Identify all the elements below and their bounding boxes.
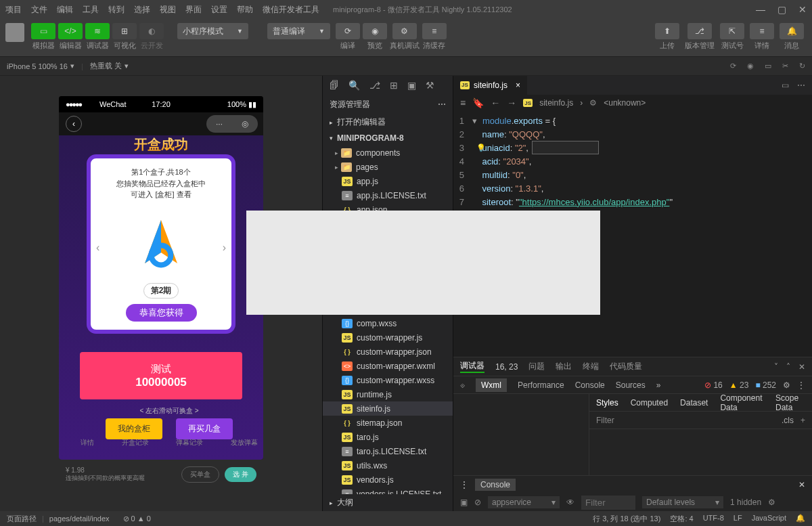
minimize-icon[interactable]: —: [756, 4, 765, 15]
file-tree-item[interactable]: JScustom-wrapper.js: [323, 330, 453, 345]
file-tree-item[interactable]: ▸📁pages: [323, 160, 453, 174]
styles-tab[interactable]: Component Data: [720, 393, 763, 412]
phone-footer-tab[interactable]: 开盒记录: [122, 438, 149, 447]
close-icon[interactable]: ✕: [798, 362, 805, 372]
search-icon[interactable]: 🔍: [348, 80, 360, 91]
back-nav-icon[interactable]: ←: [491, 97, 500, 108]
list-icon[interactable]: ≡: [460, 97, 466, 108]
visualize-button[interactable]: ⊞: [112, 23, 137, 39]
menu-item[interactable]: 界面: [185, 4, 202, 16]
sources-tab[interactable]: Sources: [616, 380, 646, 390]
simulator-button[interactable]: ▭: [31, 23, 55, 39]
wxml-tab[interactable]: Wxml: [476, 378, 507, 392]
cursor-pos[interactable]: 行 3, 列 18 (选中 13): [593, 514, 660, 524]
add-icon[interactable]: +: [800, 416, 805, 425]
styles-tab[interactable]: Scope Data: [775, 393, 805, 412]
file-tree-item[interactable]: JSapp.js: [323, 174, 453, 188]
menu-item[interactable]: 帮助: [237, 4, 253, 16]
devtools-top-tab[interactable]: 16, 23: [495, 362, 518, 372]
menu-item[interactable]: 文件: [31, 4, 47, 16]
cloud-button[interactable]: ◐: [139, 23, 164, 39]
test-button[interactable]: ⇱: [720, 23, 744, 39]
files-tab-icon[interactable]: 🗐: [330, 80, 339, 91]
clear-cache-button[interactable]: ≡: [422, 23, 447, 39]
avatar[interactable]: [5, 23, 24, 42]
file-tree-item[interactable]: { }sitemap.json: [323, 416, 453, 430]
levels-select[interactable]: Default levels▾: [642, 496, 723, 508]
expand-icon[interactable]: ˄: [786, 362, 790, 372]
console-menu-icon[interactable]: ▣: [460, 498, 468, 507]
close-tab-icon[interactable]: ×: [516, 81, 520, 90]
fwd-nav-icon[interactable]: →: [507, 97, 516, 108]
console-toggle-icon[interactable]: ⋮: [460, 480, 468, 489]
more-icon[interactable]: ⋯: [797, 81, 805, 90]
menu-item[interactable]: 项目: [5, 4, 22, 16]
inspect-icon[interactable]: ⟐: [460, 380, 465, 390]
compile-mode-select[interactable]: 普通编译▼: [267, 23, 330, 39]
file-tree-item[interactable]: ≡vendors.js.LICENSE.txt: [323, 487, 453, 494]
devtools-top-tab[interactable]: 代码质量: [610, 361, 642, 372]
file-tree-item[interactable]: <>custom-wrapper.wxml: [323, 359, 453, 373]
menu-item[interactable]: 设置: [211, 4, 227, 16]
page-path[interactable]: pages/detail/index: [49, 514, 110, 523]
file-tree-item[interactable]: JSsiteinfo.js: [323, 401, 453, 416]
indent[interactable]: 空格: 4: [670, 514, 693, 524]
message-button[interactable]: 🔔: [780, 23, 804, 39]
styles-tab[interactable]: Computed: [631, 398, 668, 408]
preview-button[interactable]: ◉: [363, 23, 387, 39]
bookmark-icon[interactable]: 🔖: [472, 97, 484, 108]
record-icon[interactable]: ◉: [747, 62, 754, 70]
phone-footer-tab[interactable]: 发放弹幕: [231, 438, 258, 447]
debugger-button[interactable]: ≋: [85, 23, 110, 39]
file-tree-item[interactable]: ≡app.js.LICENSE.txt: [323, 188, 453, 202]
collapse-icon[interactable]: ˅: [774, 362, 778, 372]
buy-single-button[interactable]: 买单盒: [181, 466, 219, 483]
version-button[interactable]: ⎇: [687, 23, 712, 39]
file-tree-item[interactable]: JSutils.wxs: [323, 458, 453, 473]
file-tree-item[interactable]: {}comp.wxss: [323, 316, 453, 330]
scope-select[interactable]: appservice▾: [488, 496, 560, 508]
devtools-top-tab[interactable]: 问题: [528, 361, 545, 372]
file-tree-item[interactable]: ≡taro.js.LICENSE.txt: [323, 444, 453, 458]
phone-simulator[interactable]: ●●●●● WeChat 17:20 100% ▮▮ ‹ ···◎ 开盒成功 第…: [59, 96, 263, 460]
cut-icon[interactable]: ✂: [782, 62, 788, 70]
my-box-button[interactable]: 我的盒柜: [106, 418, 162, 439]
more-icon[interactable]: ⋯: [438, 100, 446, 109]
device-select[interactable]: iPhone 5 100% 16: [7, 62, 68, 70]
maximize-icon[interactable]: ▢: [777, 4, 786, 15]
go-button[interactable]: 选 并: [225, 467, 256, 482]
perf-tab[interactable]: Performance: [518, 380, 564, 390]
file-tree-item[interactable]: {}custom-wrapper.wxss: [323, 373, 453, 387]
file-tree-item[interactable]: JSruntime.js: [323, 387, 453, 401]
close-icon[interactable]: ✕: [798, 4, 807, 15]
console-label[interactable]: Console: [475, 479, 516, 491]
menu-item[interactable]: 微信开发者工具: [263, 4, 319, 16]
prev-arrow-icon[interactable]: ‹: [96, 242, 99, 254]
capsule-menu[interactable]: ···◎: [206, 115, 258, 133]
eye-icon[interactable]: 👁: [566, 498, 574, 507]
editor-button[interactable]: </>: [58, 23, 83, 39]
file-tree-item[interactable]: ▸📁components: [323, 146, 453, 160]
branch-icon[interactable]: ⎇: [369, 80, 380, 91]
menu-item[interactable]: 工具: [83, 4, 99, 16]
styles-tab[interactable]: Styles: [596, 398, 618, 408]
compile-button[interactable]: ⟳: [336, 23, 360, 39]
detail-button[interactable]: ≡: [750, 23, 774, 39]
console-close-icon[interactable]: ✕: [798, 480, 805, 489]
rotate-icon[interactable]: ↻: [799, 62, 805, 70]
clear-console-icon[interactable]: ⊘: [474, 498, 481, 507]
language[interactable]: JavaScript: [752, 514, 786, 524]
file-tree-item[interactable]: JSvendors.js: [323, 473, 453, 487]
console-filter-input[interactable]: [581, 496, 635, 510]
ext-icon[interactable]: ⊞: [390, 80, 398, 91]
menu-item[interactable]: 视图: [160, 4, 176, 16]
menu-item[interactable]: 转到: [108, 4, 125, 16]
devtools-top-tab[interactable]: 输出: [556, 361, 572, 372]
console-gear-icon[interactable]: ⚙: [768, 498, 775, 507]
mode-select[interactable]: 小程序模式▼: [177, 23, 248, 39]
next-arrow-icon[interactable]: ›: [223, 242, 226, 254]
console-tab[interactable]: Console: [575, 380, 605, 390]
phone-icon[interactable]: ▭: [765, 62, 771, 70]
editor-tab[interactable]: JS siteinfo.js ×: [453, 76, 527, 95]
split-icon[interactable]: ▭: [782, 81, 789, 90]
